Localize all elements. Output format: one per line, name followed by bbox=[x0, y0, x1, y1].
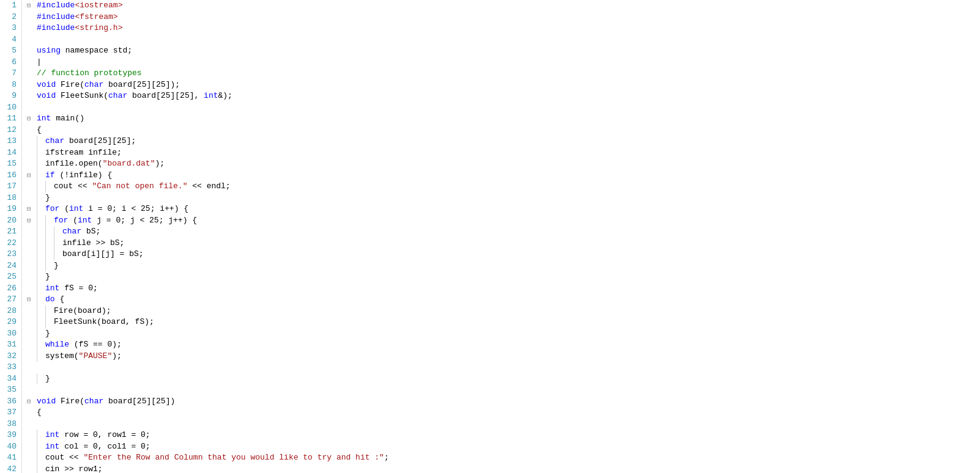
token-plain: Fire( bbox=[56, 80, 84, 89]
token-kw: void bbox=[37, 397, 56, 406]
code-line bbox=[27, 34, 980, 46]
line-number: 40 bbox=[5, 441, 17, 453]
token-kw: int bbox=[45, 284, 59, 293]
line-number: 37 bbox=[5, 407, 17, 419]
code-tokens: system("PAUSE"); bbox=[45, 351, 122, 362]
code-tokens: int main() bbox=[37, 113, 84, 125]
code-tokens: } bbox=[45, 193, 50, 204]
indent-guide bbox=[37, 328, 45, 340]
code-tokens: // function prototypes bbox=[37, 68, 142, 79]
code-line: board[i][j] = bS; bbox=[27, 249, 980, 260]
token-kw: while bbox=[45, 340, 69, 349]
token-plain: ( bbox=[59, 204, 69, 213]
token-plain: } bbox=[45, 374, 50, 383]
code-line: cout << "Enter the Row and Column that y… bbox=[27, 452, 980, 464]
fold-indicator[interactable]: ⊟ bbox=[27, 204, 35, 215]
code-line: int fS = 0; bbox=[27, 283, 980, 295]
code-line: | bbox=[27, 57, 980, 68]
code-tokens: } bbox=[45, 328, 50, 340]
code-content-area[interactable]: ⊟#include<iostream>#include<fstream>#inc… bbox=[22, 0, 980, 473]
code-line: int col = 0, col1 = 0; bbox=[27, 441, 980, 453]
code-tokens: cin >> row1; bbox=[45, 464, 103, 474]
line-number: 16 bbox=[5, 170, 17, 182]
code-line: while (fS == 0); bbox=[27, 339, 980, 351]
code-line: // function prototypes bbox=[27, 68, 980, 79]
token-plain: infile >> bS; bbox=[62, 238, 124, 248]
line-number: 27 bbox=[5, 294, 17, 306]
code-line: } bbox=[27, 193, 980, 204]
indent-guide bbox=[45, 317, 54, 328]
code-line: #include<fstream> bbox=[27, 12, 980, 23]
fold-indicator[interactable]: ⊟ bbox=[27, 113, 35, 125]
token-kw: char bbox=[84, 80, 103, 89]
token-plain: cout << bbox=[54, 182, 92, 191]
indent-guide bbox=[37, 181, 45, 193]
token-plain: { bbox=[37, 125, 42, 134]
fold-indicator[interactable]: ⊟ bbox=[27, 396, 35, 408]
token-kw: int bbox=[37, 114, 51, 123]
code-tokens: Fire(board); bbox=[54, 306, 111, 317]
token-kw: for bbox=[45, 204, 59, 213]
code-tokens: #include<iostream> bbox=[37, 0, 122, 12]
code-tokens: #include<fstream> bbox=[37, 12, 118, 23]
token-plain: i = 0; i < 25; i++) { bbox=[83, 204, 188, 213]
code-tokens: for (int j = 0; j < 25; j++) { bbox=[54, 215, 197, 227]
line-number: 29 bbox=[5, 317, 17, 328]
indent-guide bbox=[37, 283, 45, 295]
token-kw: char bbox=[84, 397, 103, 406]
token-plain: (!infile) { bbox=[55, 170, 113, 180]
line-number: 36 bbox=[5, 396, 17, 408]
token-kw: int bbox=[45, 430, 59, 439]
fold-indicator[interactable]: ⊟ bbox=[27, 215, 35, 227]
token-string: "Enter the Row and Column that you would… bbox=[83, 453, 384, 462]
token-plain: ); bbox=[112, 351, 122, 361]
indent-guide bbox=[37, 215, 45, 227]
token-plain: } bbox=[54, 261, 59, 270]
token-kw: using bbox=[37, 46, 61, 55]
code-line: int row = 0, row1 = 0; bbox=[27, 430, 980, 441]
code-tokens: using namespace std; bbox=[37, 45, 132, 57]
code-tokens: | bbox=[37, 57, 42, 68]
indent-guide bbox=[37, 430, 45, 441]
code-line: ⊟ for (int j = 0; j < 25; j++) { bbox=[27, 215, 980, 227]
token-plain: ); bbox=[155, 159, 165, 168]
token-plain: main() bbox=[51, 114, 84, 123]
line-number: 32 bbox=[5, 351, 17, 362]
token-kw: int bbox=[204, 91, 218, 100]
indent-guide bbox=[37, 271, 45, 283]
code-line: ⊟ for (int i = 0; i < 25; i++) { bbox=[27, 204, 980, 215]
fold-indicator[interactable]: ⊟ bbox=[27, 0, 35, 12]
code-tokens: } bbox=[45, 373, 50, 385]
indent-guide bbox=[37, 441, 45, 453]
line-number: 39 bbox=[5, 430, 17, 441]
code-line: void Fire(char board[25][25]); bbox=[27, 79, 980, 91]
indent-guide bbox=[37, 249, 45, 260]
line-number: 11 bbox=[5, 113, 17, 125]
fold-indicator[interactable]: ⊟ bbox=[27, 170, 35, 182]
token-pp: #include bbox=[37, 23, 75, 32]
line-number: 28 bbox=[5, 306, 17, 317]
line-number: 18 bbox=[5, 193, 17, 204]
line-number: 33 bbox=[5, 362, 17, 373]
token-kw: int bbox=[69, 204, 83, 213]
code-line: { bbox=[27, 407, 980, 419]
token-plain: Fire(board); bbox=[54, 306, 111, 315]
fold-indicator[interactable]: ⊟ bbox=[27, 294, 35, 306]
code-tokens: void Fire(char board[25][25]); bbox=[37, 79, 180, 91]
code-line: cout << "Can not open file." << endl; bbox=[27, 181, 980, 193]
code-tokens: char board[25][25]; bbox=[45, 136, 136, 147]
indent-guide bbox=[45, 226, 54, 238]
code-tokens: { bbox=[37, 407, 42, 419]
code-tokens: int fS = 0; bbox=[45, 283, 98, 295]
line-number: 2 bbox=[5, 12, 17, 23]
code-tokens: { bbox=[37, 125, 42, 136]
indent-guide bbox=[37, 238, 45, 249]
token-kw: void bbox=[37, 80, 56, 89]
line-number: 3 bbox=[5, 23, 17, 34]
code-line: system("PAUSE"); bbox=[27, 351, 980, 362]
token-kw: int bbox=[78, 216, 92, 225]
token-kw: char bbox=[62, 227, 81, 236]
token-plain: board[25][25], bbox=[127, 91, 204, 100]
code-line: } bbox=[27, 328, 980, 340]
code-tokens: void FleetSunk(char board[25][25], int&)… bbox=[37, 90, 232, 102]
